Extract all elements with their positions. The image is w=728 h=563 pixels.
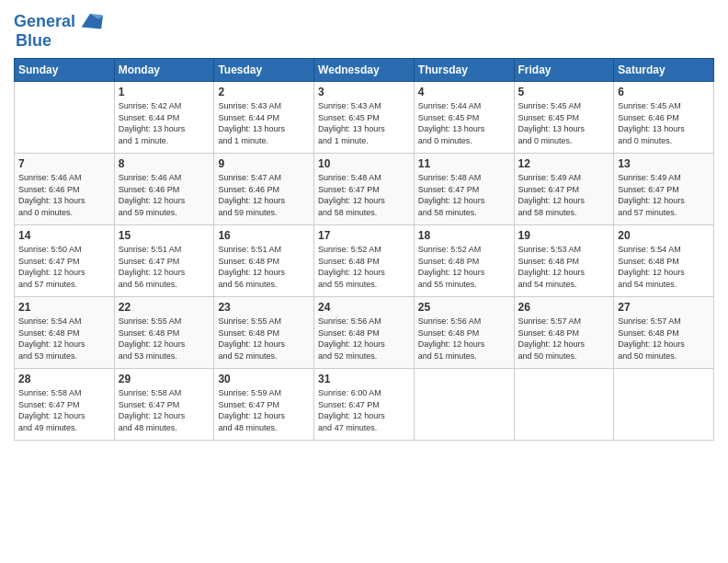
day-number: 18 — [418, 229, 510, 242]
calendar-cell: 1Sunrise: 5:42 AM Sunset: 6:44 PM Daylig… — [114, 82, 214, 154]
day-info: Sunrise: 5:43 AM Sunset: 6:44 PM Dayligh… — [218, 100, 310, 146]
day-info: Sunrise: 5:51 AM Sunset: 6:47 PM Dayligh… — [119, 244, 210, 290]
day-number: 22 — [119, 301, 210, 314]
dow-header-thursday: Thursday — [414, 59, 514, 82]
day-info: Sunrise: 5:51 AM Sunset: 6:48 PM Dayligh… — [218, 244, 310, 290]
calendar-cell: 29Sunrise: 5:58 AM Sunset: 6:47 PM Dayli… — [114, 369, 214, 441]
calendar-cell: 13Sunrise: 5:49 AM Sunset: 6:47 PM Dayli… — [614, 154, 714, 225]
day-info: Sunrise: 5:56 AM Sunset: 6:48 PM Dayligh… — [418, 316, 510, 362]
calendar-cell: 17Sunrise: 5:52 AM Sunset: 6:48 PM Dayli… — [314, 225, 415, 297]
calendar-cell — [614, 369, 714, 441]
day-info: Sunrise: 5:49 AM Sunset: 6:47 PM Dayligh… — [618, 172, 710, 218]
calendar-cell: 26Sunrise: 5:57 AM Sunset: 6:48 PM Dayli… — [514, 297, 614, 369]
day-number: 24 — [318, 301, 410, 314]
day-info: Sunrise: 5:45 AM Sunset: 6:45 PM Dayligh… — [518, 100, 610, 146]
dow-header-sunday: Sunday — [15, 59, 115, 82]
day-info: Sunrise: 5:47 AM Sunset: 6:46 PM Dayligh… — [218, 172, 310, 218]
day-of-week-header-row: SundayMondayTuesdayWednesdayThursdayFrid… — [15, 59, 714, 82]
day-number: 5 — [518, 86, 610, 98]
calendar-cell: 10Sunrise: 5:48 AM Sunset: 6:47 PM Dayli… — [314, 154, 415, 225]
calendar-cell: 24Sunrise: 5:56 AM Sunset: 6:48 PM Dayli… — [314, 297, 415, 369]
day-number: 3 — [318, 86, 410, 98]
calendar-cell: 16Sunrise: 5:51 AM Sunset: 6:48 PM Dayli… — [214, 225, 314, 297]
day-number: 1 — [119, 86, 210, 98]
calendar-cell: 8Sunrise: 5:46 AM Sunset: 6:46 PM Daylig… — [114, 154, 214, 225]
week-row-1: 7Sunrise: 5:46 AM Sunset: 6:46 PM Daylig… — [15, 154, 714, 225]
day-number: 2 — [218, 86, 310, 98]
calendar-cell: 4Sunrise: 5:44 AM Sunset: 6:45 PM Daylig… — [414, 82, 514, 154]
dow-header-wednesday: Wednesday — [314, 59, 415, 82]
day-info: Sunrise: 5:56 AM Sunset: 6:48 PM Dayligh… — [318, 316, 410, 362]
week-row-4: 28Sunrise: 5:58 AM Sunset: 6:47 PM Dayli… — [15, 369, 714, 441]
day-number: 8 — [119, 157, 210, 170]
calendar-cell — [414, 369, 514, 441]
calendar-table: SundayMondayTuesdayWednesdayThursdayFrid… — [14, 58, 714, 441]
day-number: 21 — [18, 301, 110, 314]
dow-header-tuesday: Tuesday — [214, 59, 314, 82]
day-number: 27 — [618, 301, 710, 314]
day-info: Sunrise: 5:58 AM Sunset: 6:47 PM Dayligh… — [18, 387, 110, 433]
day-info: Sunrise: 5:57 AM Sunset: 6:48 PM Dayligh… — [618, 316, 710, 362]
day-number: 29 — [119, 373, 210, 385]
day-info: Sunrise: 5:50 AM Sunset: 6:47 PM Dayligh… — [18, 244, 110, 290]
day-number: 9 — [218, 157, 310, 170]
day-number: 15 — [119, 229, 210, 242]
header: General Blue — [14, 9, 714, 51]
calendar-cell: 30Sunrise: 5:59 AM Sunset: 6:47 PM Dayli… — [214, 369, 314, 441]
page: General Blue SundayMondayTuesdayWednesda… — [0, 0, 728, 563]
day-number: 26 — [518, 301, 610, 314]
day-info: Sunrise: 5:42 AM Sunset: 6:44 PM Dayligh… — [119, 100, 210, 146]
day-number: 7 — [18, 157, 110, 170]
calendar-cell: 7Sunrise: 5:46 AM Sunset: 6:46 PM Daylig… — [15, 154, 115, 225]
day-info: Sunrise: 5:57 AM Sunset: 6:48 PM Dayligh… — [518, 316, 610, 362]
dow-header-friday: Friday — [514, 59, 614, 82]
calendar-cell: 5Sunrise: 5:45 AM Sunset: 6:45 PM Daylig… — [514, 82, 614, 154]
day-info: Sunrise: 5:44 AM Sunset: 6:45 PM Dayligh… — [418, 100, 510, 146]
day-info: Sunrise: 5:52 AM Sunset: 6:48 PM Dayligh… — [318, 244, 410, 290]
day-info: Sunrise: 5:59 AM Sunset: 6:47 PM Dayligh… — [218, 387, 310, 433]
day-number: 30 — [218, 373, 310, 385]
calendar-cell: 28Sunrise: 5:58 AM Sunset: 6:47 PM Dayli… — [15, 369, 115, 441]
day-info: Sunrise: 5:53 AM Sunset: 6:48 PM Dayligh… — [518, 244, 610, 290]
calendar-cell: 31Sunrise: 6:00 AM Sunset: 6:47 PM Dayli… — [314, 369, 415, 441]
calendar-cell: 12Sunrise: 5:49 AM Sunset: 6:47 PM Dayli… — [514, 154, 614, 225]
calendar-cell: 20Sunrise: 5:54 AM Sunset: 6:48 PM Dayli… — [614, 225, 714, 297]
calendar-cell — [514, 369, 614, 441]
day-number: 13 — [618, 157, 710, 170]
calendar-cell: 11Sunrise: 5:48 AM Sunset: 6:47 PM Dayli… — [414, 154, 514, 225]
calendar-cell: 15Sunrise: 5:51 AM Sunset: 6:47 PM Dayli… — [114, 225, 214, 297]
calendar-cell: 2Sunrise: 5:43 AM Sunset: 6:44 PM Daylig… — [214, 82, 314, 154]
day-number: 25 — [418, 301, 510, 314]
day-info: Sunrise: 5:48 AM Sunset: 6:47 PM Dayligh… — [318, 172, 410, 218]
week-row-3: 21Sunrise: 5:54 AM Sunset: 6:48 PM Dayli… — [15, 297, 714, 369]
day-info: Sunrise: 5:54 AM Sunset: 6:48 PM Dayligh… — [18, 316, 110, 362]
week-row-0: 1Sunrise: 5:42 AM Sunset: 6:44 PM Daylig… — [15, 82, 714, 154]
day-info: Sunrise: 5:46 AM Sunset: 6:46 PM Dayligh… — [18, 172, 110, 218]
day-number: 10 — [318, 157, 410, 170]
day-number: 23 — [218, 301, 310, 314]
calendar-cell: 9Sunrise: 5:47 AM Sunset: 6:46 PM Daylig… — [214, 154, 314, 225]
day-info: Sunrise: 5:54 AM Sunset: 6:48 PM Dayligh… — [618, 244, 710, 290]
calendar-cell: 21Sunrise: 5:54 AM Sunset: 6:48 PM Dayli… — [15, 297, 115, 369]
week-row-2: 14Sunrise: 5:50 AM Sunset: 6:47 PM Dayli… — [15, 225, 714, 297]
dow-header-saturday: Saturday — [614, 59, 714, 82]
calendar-cell: 23Sunrise: 5:55 AM Sunset: 6:48 PM Dayli… — [214, 297, 314, 369]
calendar-cell: 14Sunrise: 5:50 AM Sunset: 6:47 PM Dayli… — [15, 225, 115, 297]
day-number: 16 — [218, 229, 310, 242]
calendar-cell: 3Sunrise: 5:43 AM Sunset: 6:45 PM Daylig… — [314, 82, 415, 154]
logo-text: General — [14, 13, 75, 31]
day-number: 17 — [318, 229, 410, 242]
calendar-cell: 19Sunrise: 5:53 AM Sunset: 6:48 PM Dayli… — [514, 225, 614, 297]
calendar-cell: 27Sunrise: 5:57 AM Sunset: 6:48 PM Dayli… — [614, 297, 714, 369]
day-info: Sunrise: 5:55 AM Sunset: 6:48 PM Dayligh… — [218, 316, 310, 362]
day-number: 14 — [18, 229, 110, 242]
day-number: 12 — [518, 157, 610, 170]
calendar-body: 1Sunrise: 5:42 AM Sunset: 6:44 PM Daylig… — [15, 82, 714, 441]
day-number: 4 — [418, 86, 510, 98]
logo-icon — [77, 9, 103, 35]
day-number: 19 — [518, 229, 610, 242]
day-info: Sunrise: 5:55 AM Sunset: 6:48 PM Dayligh… — [119, 316, 210, 362]
day-info: Sunrise: 5:49 AM Sunset: 6:47 PM Dayligh… — [518, 172, 610, 218]
logo: General Blue — [14, 9, 103, 51]
day-number: 31 — [318, 373, 410, 385]
